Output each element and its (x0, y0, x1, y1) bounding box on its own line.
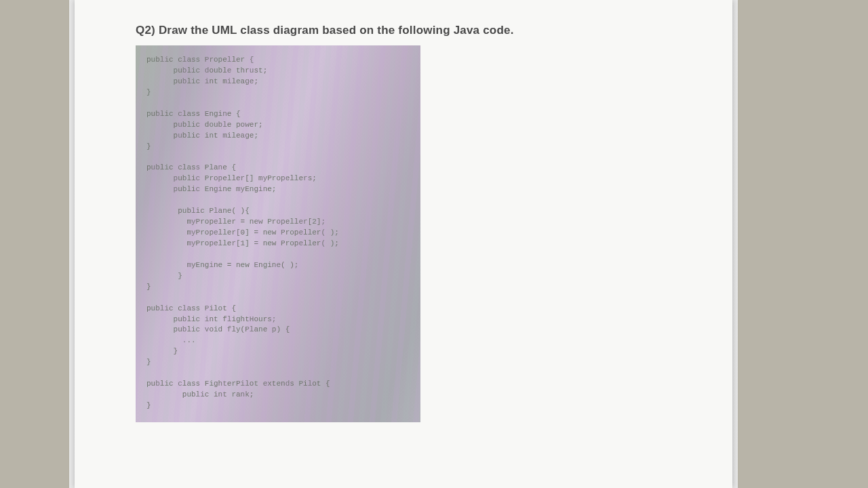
question-text: Draw the UML class diagram based on the … (159, 24, 514, 37)
question-heading: Q2) Draw the UML class diagram based on … (136, 24, 732, 37)
java-code-block: public class Propeller { public double t… (136, 45, 420, 422)
question-number: Q2) (136, 24, 155, 37)
document-page: Q2) Draw the UML class diagram based on … (75, 0, 732, 488)
